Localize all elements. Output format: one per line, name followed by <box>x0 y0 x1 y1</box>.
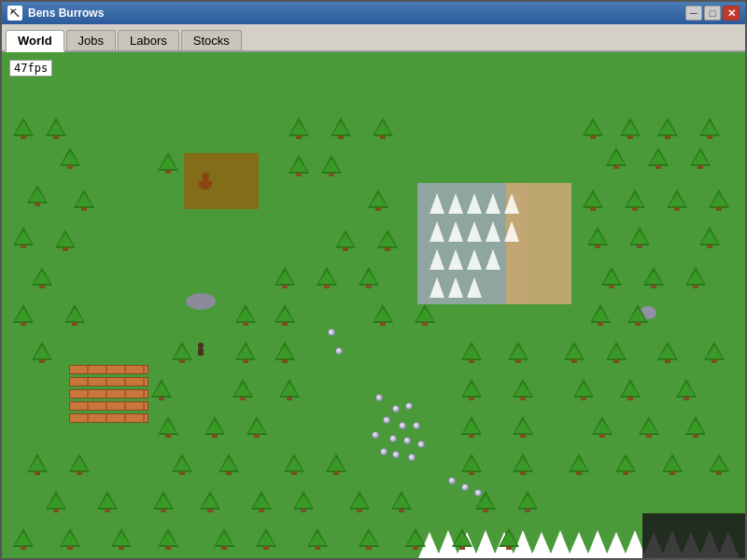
svg-marker-234 <box>160 420 176 433</box>
svg-marker-285 <box>617 457 634 470</box>
svg-marker-240 <box>248 420 265 433</box>
svg-marker-201 <box>608 345 625 358</box>
svg-marker-267 <box>220 457 237 470</box>
svg-marker-10 <box>430 249 444 270</box>
svg-marker-108 <box>669 193 685 206</box>
svg-marker-252 <box>641 420 657 433</box>
svg-marker-342 <box>309 532 326 545</box>
tab-bar: World Jobs Labors Stocks <box>2 24 745 52</box>
pearl-ore <box>399 422 406 429</box>
svg-rect-148 <box>609 285 614 288</box>
svg-marker-297 <box>99 495 116 508</box>
tree <box>11 302 37 329</box>
pearl-ore <box>408 454 416 461</box>
close-button[interactable]: ✕ <box>723 6 740 21</box>
svg-marker-3 <box>486 193 500 214</box>
tree <box>698 225 724 251</box>
svg-marker-2 <box>467 193 482 214</box>
pearl-ore <box>383 416 390 424</box>
svg-rect-70 <box>707 135 712 139</box>
svg-marker-300 <box>155 495 172 508</box>
tab-world[interactable]: World <box>6 30 64 52</box>
svg-rect-91 <box>698 165 703 169</box>
svg-marker-153 <box>687 271 704 284</box>
svg-marker-273 <box>328 457 345 470</box>
svg-rect-151 <box>651 285 656 288</box>
svg-marker-11 <box>448 249 463 270</box>
pearl-ore <box>461 483 469 491</box>
tree <box>637 414 663 441</box>
tab-labors[interactable]: Labors <box>118 30 179 50</box>
tree <box>109 526 135 553</box>
tree <box>231 377 257 403</box>
svg-marker-210 <box>153 383 170 396</box>
svg-marker-111 <box>711 193 727 206</box>
tree <box>646 146 672 172</box>
svg-rect-196 <box>515 359 521 363</box>
tree <box>618 377 644 403</box>
svg-rect-94 <box>35 203 40 206</box>
tree <box>371 116 397 142</box>
tree <box>357 265 383 291</box>
tab-stocks[interactable]: Stocks <box>181 30 242 50</box>
tree <box>511 414 537 441</box>
tree <box>581 188 607 214</box>
svg-rect-61 <box>590 135 596 139</box>
tree <box>305 526 331 553</box>
planks-pile <box>69 365 148 426</box>
plank-row <box>69 413 148 423</box>
svg-marker-231 <box>678 383 695 396</box>
maximize-button[interactable]: □ <box>704 6 721 21</box>
game-viewport[interactable]: 47fps <box>2 52 745 558</box>
tree <box>170 340 196 366</box>
svg-marker-54 <box>332 121 349 134</box>
svg-rect-181 <box>39 359 45 363</box>
tree <box>333 228 359 254</box>
tree <box>371 302 397 329</box>
svg-marker-81 <box>323 159 340 172</box>
svg-rect-112 <box>716 207 722 211</box>
svg-marker-168 <box>374 308 391 321</box>
svg-marker-57 <box>374 121 391 134</box>
tree <box>249 489 275 515</box>
tree <box>324 452 350 478</box>
tree <box>497 526 523 553</box>
svg-rect-199 <box>571 359 577 363</box>
svg-rect-214 <box>240 397 246 400</box>
svg-rect-52 <box>296 135 302 139</box>
svg-rect-271 <box>291 471 297 475</box>
tree <box>357 526 383 553</box>
svg-marker-162 <box>237 308 254 321</box>
svg-rect-331 <box>119 546 124 550</box>
svg-marker-165 <box>276 308 293 321</box>
titlebar: ⛏ Bens Burrows ─ □ ✕ <box>2 2 745 24</box>
svg-marker-225 <box>575 383 592 396</box>
tree <box>156 526 182 553</box>
tree <box>95 489 121 515</box>
tree <box>403 526 430 553</box>
svg-marker-99 <box>370 193 387 206</box>
minimize-button[interactable]: ─ <box>685 6 702 21</box>
svg-rect-175 <box>598 322 603 326</box>
svg-marker-189 <box>276 345 293 358</box>
pearl-ore <box>474 489 482 497</box>
tree <box>273 265 299 291</box>
tree <box>329 116 355 142</box>
svg-rect-121 <box>343 247 348 251</box>
svg-rect-334 <box>165 546 171 550</box>
tree <box>67 452 93 478</box>
svg-marker-198 <box>566 345 583 358</box>
svg-rect-190 <box>282 359 288 363</box>
svg-marker-135 <box>34 271 50 284</box>
svg-point-17 <box>202 173 209 180</box>
tree <box>44 116 70 142</box>
svg-marker-5 <box>430 221 444 242</box>
tab-jobs[interactable]: Jobs <box>66 30 116 50</box>
svg-marker-105 <box>627 193 643 206</box>
svg-rect-205 <box>665 359 670 363</box>
pearl-ore <box>328 329 335 336</box>
svg-rect-265 <box>179 471 185 475</box>
tree <box>613 452 640 478</box>
svg-marker-288 <box>664 457 681 470</box>
svg-marker-156 <box>15 308 32 321</box>
